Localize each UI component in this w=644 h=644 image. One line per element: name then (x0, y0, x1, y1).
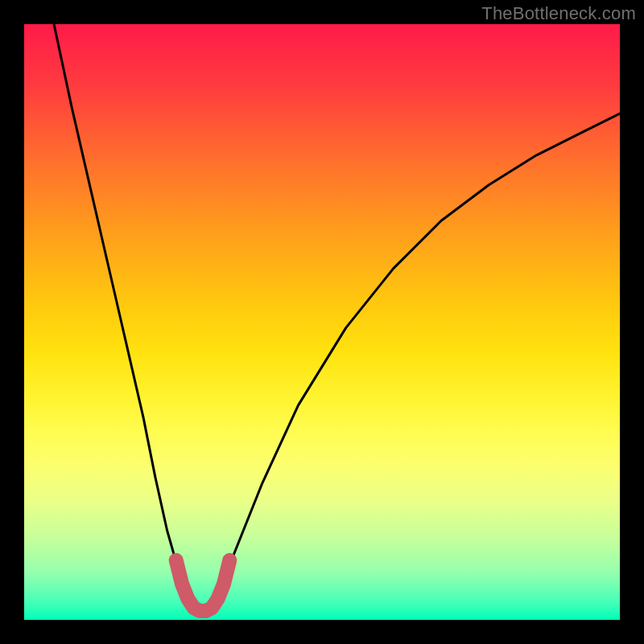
bottleneck-curve (24, 24, 620, 620)
plot-area (24, 24, 620, 620)
watermark-text: TheBottleneck.com (481, 3, 636, 24)
chart-frame: TheBottleneck.com (0, 0, 644, 644)
